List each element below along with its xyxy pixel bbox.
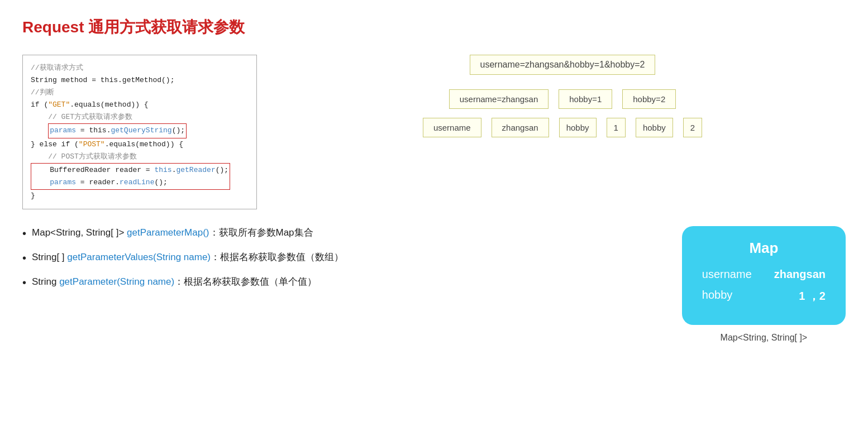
key-hobby-2: hobby — [636, 118, 673, 137]
bullet-item-2: • String[ ] getParameterValues(String na… — [22, 251, 660, 265]
key-username: username — [423, 118, 481, 137]
map-section: Map username zhangsan hobby 1 ，2 Map<Str… — [682, 226, 846, 343]
code-line-6: params = this.getQueryString(); — [31, 123, 249, 138]
param-username-zhangsan: username=zhangsan — [449, 89, 549, 109]
param-pairs-row: username=zhangsan hobby=1 hobby=2 — [449, 89, 676, 109]
full-url-bar: username=zhangsan&hobby=1&hobby=2 — [470, 55, 656, 75]
map-row-username: username zhangsan — [702, 268, 826, 281]
param-keys-values-row: username zhangsan hobby 1 hobby 2 — [423, 118, 702, 137]
code-line-2: String method = this.getMethod(); — [31, 74, 249, 87]
bullet-item-3: • String getParameter(String name)：根据名称获… — [22, 275, 660, 290]
param-hobby-1: hobby=1 — [559, 89, 612, 109]
code-line-4: if ("GET".equals(method)) { — [31, 99, 249, 111]
code-line-5: // GET方式获取请求参数 — [31, 111, 249, 123]
code-line-11: } — [31, 190, 249, 202]
param-hobby-2: hobby=2 — [622, 89, 676, 109]
code-line-9-10: BufferedReader reader = this.getReader()… — [31, 163, 249, 190]
code-line-3: //判断 — [31, 87, 249, 99]
map-row-hobby: hobby 1 ，2 — [702, 289, 826, 304]
val-1: 1 — [607, 118, 626, 137]
map-box: Map username zhangsan hobby 1 ，2 — [682, 226, 846, 325]
code-line-1: //获取请求方式 — [31, 62, 249, 74]
map-title: Map — [702, 240, 826, 257]
bullet-list: • Map<String, String[ ]> getParameterMap… — [22, 226, 660, 300]
code-line-7: } else if ("POST".equals(method)) { — [31, 138, 249, 151]
val-2: 2 — [683, 118, 702, 137]
bullet-item-1: • Map<String, String[ ]> getParameterMap… — [22, 226, 660, 241]
code-block: //获取请求方式 String method = this.getMethod(… — [22, 55, 257, 209]
val-zhangsan: zhangsan — [492, 118, 549, 137]
page-title: Request 通用方式获取请求参数 — [22, 17, 846, 38]
map-type-label: Map<String, String[ ]> — [721, 333, 808, 343]
code-line-8: // POST方式获取请求参数 — [31, 151, 249, 163]
url-diagram: username=zhangsan&hobby=1&hobby=2 userna… — [279, 55, 846, 137]
key-hobby-1: hobby — [559, 118, 597, 137]
